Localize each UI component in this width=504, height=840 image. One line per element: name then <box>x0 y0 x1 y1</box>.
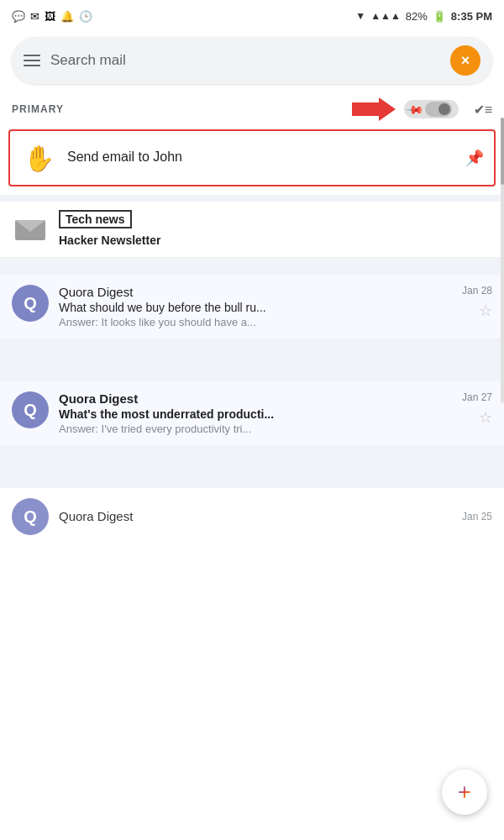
battery-level: 82% <box>406 10 428 23</box>
avatar-quora-1: Q <box>12 285 49 322</box>
star-icon-quora-1[interactable]: ☆ <box>479 302 492 320</box>
email-item-quora-3[interactable]: Q Quora Digest Jan 25 <box>0 488 504 545</box>
email-sender-quora-1: Quora Digest <box>59 285 452 299</box>
email-content-quora-2: Quora Digest What's the most underrated … <box>59 391 452 435</box>
email-icon: ✉ <box>30 10 39 23</box>
spacer-1 <box>0 195 504 202</box>
email-subject-quora-1: What should we buy before the bull ru... <box>59 301 452 314</box>
avatar-send-john: ✋ <box>20 139 57 176</box>
email-preview-quora-1: Answer: It looks like you should have a.… <box>59 316 452 328</box>
signal-icon: ▲▲▲ <box>370 10 401 22</box>
pin-small-icon: 📌 <box>404 99 423 118</box>
pin-icon-send-john: 📌 <box>465 149 484 167</box>
email-content-quora-3: Quora Digest <box>59 509 452 525</box>
email-body-tech-news: Hacker Newsletter <box>59 234 492 247</box>
email-content-send-john: Send email to John <box>67 150 455 166</box>
check-all-icon: ✔≡ <box>474 102 492 117</box>
email-item-send-john[interactable]: ✋ Send email to John 📌 <box>8 129 496 186</box>
scrollbar[interactable] <box>501 118 504 403</box>
pin-toggle-area[interactable]: 📌 <box>404 100 459 118</box>
star-icon-quora-2[interactable]: ☆ <box>479 408 492 427</box>
avatar-tech-news <box>12 210 49 247</box>
email-content-tech-news: Tech news Hacker Newsletter <box>59 210 492 249</box>
email-meta-quora-3: Jan 25 <box>462 511 492 522</box>
avatar-quora-2: Q <box>12 391 49 428</box>
email-item-tech-news[interactable]: Tech news Hacker Newsletter <box>0 202 504 258</box>
wifi-icon: ▼ <box>355 10 365 22</box>
notification-icon: 🔔 <box>60 10 74 23</box>
spacer-4 <box>0 446 504 488</box>
search-close-button[interactable]: × <box>450 45 480 76</box>
email-meta-send-john: 📌 <box>465 149 484 167</box>
clock-icon: 🕒 <box>79 10 92 23</box>
status-icons-left: 💬 ✉ 🖼 🔔 🕒 <box>12 10 92 23</box>
primary-label: PRIMARY <box>12 103 344 115</box>
email-preview-quora-2: Answer: I've tried every productivity tr… <box>59 423 452 435</box>
email-sender-send-john: Send email to John <box>67 150 455 165</box>
avatar-quora-3: Q <box>12 498 49 535</box>
svg-marker-0 <box>352 97 396 121</box>
arrow-annotation <box>352 97 396 121</box>
msg-icon: 💬 <box>12 10 25 23</box>
email-meta-quora-1: Jan 28 ☆ <box>462 285 492 320</box>
close-icon: × <box>461 52 470 70</box>
email-content-quora-1: Quora Digest What should we buy before t… <box>59 285 452 328</box>
compose-fab-button[interactable]: + <box>442 769 487 815</box>
email-item-quora-1[interactable]: Q Quora Digest What should we buy before… <box>0 275 504 339</box>
red-arrow-icon <box>352 97 396 121</box>
gallery-icon: 🖼 <box>45 10 55 23</box>
time-display: 8:35 PM <box>451 10 492 23</box>
hamburger-menu-icon[interactable] <box>24 55 40 66</box>
email-sender-quora-3: Quora Digest <box>59 509 452 523</box>
email-subject-tech-news: Tech news <box>59 210 132 228</box>
email-date-quora-3: Jan 25 <box>462 511 492 522</box>
battery-icon: 🔋 <box>433 10 446 23</box>
email-item-quora-2[interactable]: Q Quora Digest What's the most underrate… <box>0 381 504 446</box>
search-bar[interactable]: Search mail × <box>12 37 492 84</box>
email-meta-quora-2: Jan 27 ☆ <box>462 391 492 427</box>
spacer-3 <box>0 339 504 381</box>
envelope-icon <box>12 210 49 247</box>
status-icons-right: ▼ ▲▲▲ 82% 🔋 8:35 PM <box>355 10 492 23</box>
email-date-quora-2: Jan 27 <box>462 391 492 403</box>
scrollbar-thumb[interactable] <box>501 118 504 185</box>
status-bar: 💬 ✉ 🖼 🔔 🕒 ▼ ▲▲▲ 82% 🔋 8:35 PM <box>0 0 504 30</box>
toggle-switch[interactable] <box>425 102 452 117</box>
primary-row: PRIMARY 📌 ✔≡ <box>0 91 504 126</box>
spacer-2 <box>0 258 504 275</box>
select-all-checkmark[interactable]: ✔≡ <box>474 102 492 118</box>
email-date-quora-1: Jan 28 <box>462 285 492 297</box>
compose-plus-icon: + <box>458 779 471 806</box>
search-bar-container: Search mail × <box>0 30 504 91</box>
search-placeholder[interactable]: Search mail <box>50 52 440 69</box>
email-sender-quora-2: Quora Digest <box>59 391 452 406</box>
email-subject-quora-2: What's the most underrated producti... <box>59 407 452 421</box>
